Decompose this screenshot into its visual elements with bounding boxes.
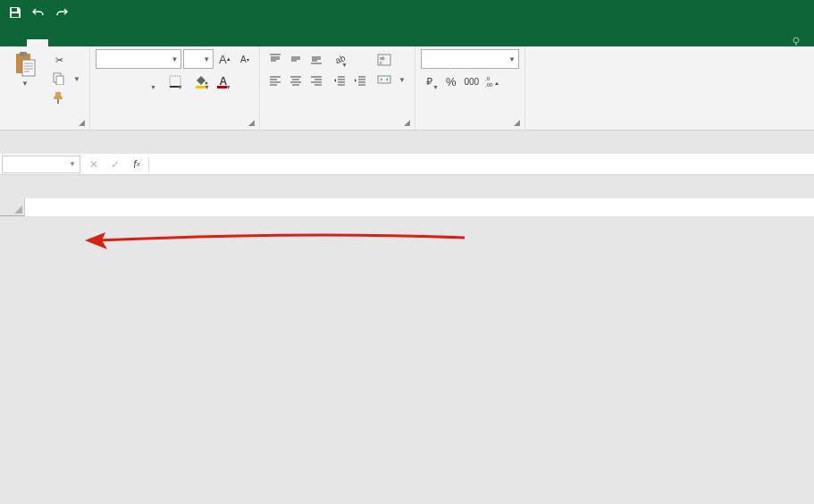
font-color-button[interactable]: A ▼	[214, 71, 233, 91]
increase-indent-button[interactable]	[350, 71, 370, 90]
chevron-down-icon: ▼	[69, 160, 76, 168]
tab-formulas[interactable]	[91, 39, 113, 46]
svg-rect-5	[22, 60, 35, 76]
chevron-down-icon: ▼	[168, 55, 178, 63]
font-size-combo[interactable]: ▼	[183, 49, 214, 69]
orientation-button[interactable]: ab▼	[330, 49, 349, 69]
title-bar	[0, 0, 814, 25]
italic-button[interactable]	[117, 71, 137, 91]
comma-format-button[interactable]: 000	[462, 71, 482, 91]
merge-center-button[interactable]: ▼	[373, 71, 409, 88]
tell-me-search[interactable]	[782, 36, 814, 46]
wrap-icon: abc	[377, 53, 391, 67]
tab-view[interactable]	[155, 39, 177, 46]
svg-rect-7	[56, 76, 63, 85]
tab-developer[interactable]	[177, 39, 198, 46]
tab-page-layout[interactable]	[70, 39, 91, 46]
svg-rect-18	[378, 76, 390, 83]
chevron-down-icon: ▼	[200, 55, 210, 63]
alignment-dialog-launcher[interactable]: ◢	[402, 117, 413, 128]
enter-formula-button[interactable]: ✓	[107, 156, 123, 172]
number-format-combo[interactable]: ▼	[421, 49, 519, 69]
merge-icon	[377, 72, 391, 87]
decrease-indent-button[interactable]	[330, 71, 349, 90]
copy-icon	[52, 71, 66, 86]
scissors-icon: ✂	[52, 53, 66, 67]
tab-home[interactable]	[27, 39, 48, 46]
insert-function-button[interactable]: fx	[129, 156, 145, 172]
annotation-arrow	[80, 227, 474, 254]
percent-format-button[interactable]: %	[441, 71, 461, 91]
chevron-down-icon: ▼	[21, 80, 29, 88]
group-number: ▼ ₽▼ % 000 ,0,00 ◢	[415, 46, 525, 130]
sheet-area	[0, 198, 814, 216]
fill-color-button[interactable]: ▼	[192, 71, 212, 91]
svg-point-2	[793, 38, 799, 43]
align-right-button[interactable]	[306, 71, 326, 90]
decrease-font-button[interactable]: A▾	[236, 49, 254, 69]
save-icon[interactable]	[5, 3, 25, 22]
cut-button[interactable]: ✂	[48, 51, 84, 69]
font-name-combo[interactable]: ▼	[96, 49, 181, 69]
undo-icon[interactable]	[29, 3, 48, 22]
copy-button[interactable]: ▼	[48, 70, 84, 88]
wrap-text-button[interactable]: abc	[373, 51, 409, 69]
svg-rect-0	[12, 8, 17, 12]
increase-decimal-button[interactable]: ,0,00	[483, 71, 502, 91]
group-font: ▼ ▼ A▴ A▾ ▼ ▼	[90, 46, 260, 130]
number-dialog-launcher[interactable]: ◢	[512, 117, 523, 128]
formula-bar: ▼ ✕ ✓ fx	[0, 154, 814, 175]
tab-file[interactable]	[5, 39, 27, 46]
paste-icon	[12, 51, 38, 78]
brush-icon	[52, 90, 66, 105]
svg-rect-8	[57, 99, 59, 104]
chevron-down-icon: ▼	[506, 55, 516, 63]
tab-insert[interactable]	[48, 39, 70, 46]
align-bottom-button[interactable]	[306, 49, 326, 69]
clipboard-dialog-launcher[interactable]: ◢	[77, 117, 88, 128]
ribbon-tabs	[0, 25, 814, 46]
ribbon: ▼ ✂ ▼	[0, 46, 814, 130]
lightbulb-icon	[791, 36, 801, 46]
align-top-button[interactable]	[265, 49, 285, 69]
align-left-button[interactable]	[265, 71, 285, 90]
underline-button[interactable]: ▼	[138, 71, 158, 91]
format-painter-button[interactable]	[48, 88, 84, 106]
align-center-button[interactable]	[286, 71, 306, 90]
name-box[interactable]: ▼	[2, 155, 80, 173]
svg-text:₽: ₽	[426, 76, 432, 87]
paste-button[interactable]: ▼	[5, 49, 45, 88]
group-alignment: ab▼ abc ▼ ◢	[260, 46, 415, 130]
svg-rect-4	[20, 52, 27, 56]
cancel-formula-button[interactable]: ✕	[86, 156, 102, 172]
increase-font-button[interactable]: A▴	[215, 49, 233, 69]
group-clipboard: ▼ ✂ ▼	[0, 46, 90, 130]
tab-review[interactable]	[134, 39, 155, 46]
borders-button[interactable]: ▼	[165, 71, 185, 91]
select-all-corner[interactable]	[0, 198, 25, 216]
svg-text:,0: ,0	[485, 76, 491, 81]
bold-button[interactable]	[96, 71, 115, 91]
redo-icon[interactable]	[52, 3, 71, 22]
svg-rect-1	[12, 13, 19, 17]
tab-data[interactable]	[113, 39, 134, 46]
font-dialog-launcher[interactable]: ◢	[247, 117, 257, 128]
align-middle-button[interactable]	[286, 49, 306, 69]
accounting-format-button[interactable]: ₽▼	[421, 71, 441, 91]
svg-text:,00: ,00	[485, 82, 493, 88]
